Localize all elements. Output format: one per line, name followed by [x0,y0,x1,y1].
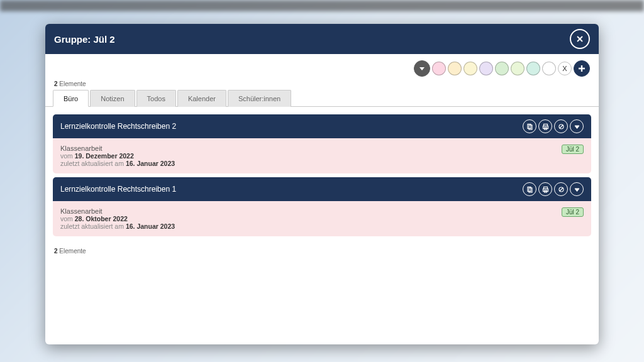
count-number: 2 [54,80,58,87]
group-modal: Gruppe: Jül 2 X [45,24,599,344]
svg-marker-12 [575,126,579,129]
count-label: Elemente [59,80,86,87]
count-label: Elemente [59,248,86,255]
disable-button[interactable] [554,182,568,196]
expand-button[interactable] [570,182,584,196]
topbar-blur [0,0,644,11]
chevron-down-icon [574,123,580,130]
svg-line-19 [560,188,563,191]
color-swatch[interactable] [542,62,556,75]
color-swatch[interactable] [511,62,525,75]
expand-button[interactable] [570,119,584,133]
print-icon [542,123,549,130]
copy-button[interactable] [523,119,536,133]
disable-button[interactable] [554,119,568,133]
chevron-down-icon [574,186,580,193]
print-icon [542,186,549,193]
bottom-count: 2 Elemente [45,248,599,255]
item-body: Klassenarbeit vom 28. Oktober 2022 zulet… [53,201,591,236]
color-clear[interactable]: X [558,62,572,75]
slash-circle-icon [558,123,565,130]
color-swatch[interactable] [432,62,446,75]
modal-title: Gruppe: Jül 2 [54,34,115,45]
item-updated: zuletzt aktualisiert am 16. Januar 2023 [60,222,584,230]
item-header[interactable]: Lernzielkontrolle Rechtschreiben 1 [53,177,591,201]
svg-marker-2 [419,67,425,70]
modal-header: Gruppe: Jül 2 [45,24,599,54]
item-header[interactable]: Lernzielkontrolle Rechtschreiben 2 [53,114,591,138]
document-icon [526,186,533,193]
item-body: Klassenarbeit vom 19. Dezember 2022 zule… [53,138,591,173]
colorbar-dropdown[interactable] [414,60,430,77]
tabs: Büro Notizen Todos Kalender Schüler:inne… [45,90,599,107]
tab-schueler[interactable]: Schüler:innen [228,90,291,107]
tab-todos[interactable]: Todos [136,90,176,107]
close-icon [575,35,584,43]
item-tag[interactable]: Jül 2 [562,145,584,154]
svg-line-11 [560,125,563,128]
item-title: Lernzielkontrolle Rechtschreiben 1 [60,185,176,194]
item-tag[interactable]: Jül 2 [562,207,584,217]
add-button[interactable] [574,60,590,77]
color-swatch[interactable] [448,62,462,75]
color-swatch[interactable] [526,62,540,75]
title-group: Jül 2 [94,34,115,45]
title-prefix: Gruppe: [54,34,94,45]
item-actions [523,182,584,196]
close-button[interactable] [570,29,590,49]
tab-buero[interactable]: Büro [53,90,89,107]
item-updated: zuletzt aktualisiert am 16. Januar 2023 [60,160,584,167]
item-type: Klassenarbeit [60,207,584,215]
slash-circle-icon [558,186,565,193]
color-swatch[interactable] [495,62,509,75]
tab-kalender[interactable]: Kalender [177,90,226,107]
copy-button[interactable] [523,182,536,196]
item-date: vom 28. Oktober 2022 [60,215,584,222]
color-swatch[interactable] [479,62,493,75]
print-button[interactable] [538,119,552,133]
item-type: Klassenarbeit [60,145,584,152]
print-button[interactable] [538,182,552,196]
chevron-down-icon [419,65,425,72]
item-title: Lernzielkontrolle Rechtschreiben 2 [60,122,176,131]
document-icon [526,123,533,130]
plus-icon [577,64,586,73]
item-list: Lernzielkontrolle Rechtschreiben 2 [45,107,599,248]
svg-marker-20 [575,189,579,192]
item-actions [523,119,584,133]
color-swatch[interactable] [464,62,477,75]
color-toolbar: X [45,54,599,80]
top-count: 2 Elemente [45,80,599,90]
item-date: vom 19. Dezember 2022 [60,152,584,160]
count-number: 2 [54,248,58,255]
tab-notizen[interactable]: Notizen [90,90,135,107]
